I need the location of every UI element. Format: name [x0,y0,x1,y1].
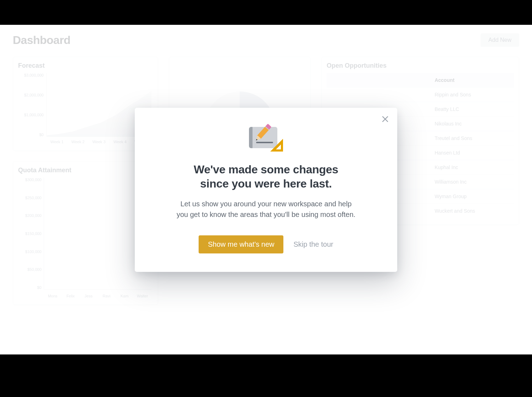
skip-tour-button[interactable]: Skip the tour [293,240,333,248]
close-icon [382,116,389,123]
show-whats-new-button[interactable]: Show me what's new [199,235,283,253]
letterbox-bottom [0,354,532,397]
modal-actions: Show me what's new Skip the tour [156,235,376,253]
modal-title: We've made some changes since you were h… [156,162,376,191]
pencil-ruler-icon [249,123,283,152]
letterbox-top [0,0,532,25]
modal-title-line2: since you were here last. [200,177,332,190]
modal-title-line1: We've made some changes [194,163,338,176]
onboarding-modal: We've made some changes since you were h… [135,108,397,272]
close-button[interactable] [380,114,390,124]
modal-overlay[interactable]: We've made some changes since you were h… [0,25,532,354]
modal-body: Let us show you around your new workspac… [174,198,358,220]
app-viewport: Dashboard Add New Forecast $3,000,000 $2… [0,25,532,354]
